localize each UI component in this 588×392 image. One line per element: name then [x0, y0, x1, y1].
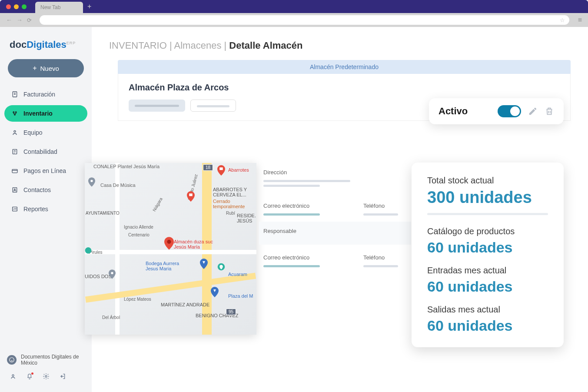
stat-divider [427, 213, 548, 215]
delete-icon[interactable] [545, 106, 554, 116]
map-label: AYUNTAMIENTO [86, 211, 120, 216]
sidebar-item-label: Equipo [23, 129, 43, 136]
browser-toolbar: ← → ⟳ ☆ ≡ [0, 13, 588, 27]
stat-exits: Salidas mes actual 60 unidades [427, 305, 548, 334]
responsible-section: Responsable [259, 222, 411, 245]
map-label: Centenario [128, 233, 149, 237]
team-icon [11, 129, 18, 136]
new-button-label: Nuevo [40, 65, 59, 72]
sidebar-item-pagos[interactable]: Pagos en Línea [4, 163, 87, 179]
sidebar-item-facturacion[interactable]: Facturación [4, 86, 87, 103]
svg-rect-5 [13, 149, 17, 154]
sidebar-item-equipo[interactable]: Equipo [4, 124, 87, 141]
svg-rect-14 [189, 193, 193, 196]
map-label: ABARROTES Y CERVEZA EL... [213, 187, 252, 197]
report-icon [11, 206, 18, 213]
sidebar-item-contactos[interactable]: Contactos [4, 182, 87, 198]
address-label: Dirección [263, 169, 407, 176]
map-pin-icon [200, 259, 208, 269]
stat-catalog: Catálogo de productos 60 unidades [427, 226, 548, 256]
close-window-button[interactable] [6, 4, 11, 9]
map-label: Niágara [152, 197, 163, 213]
browser-menu-icon[interactable]: ≡ [578, 16, 582, 24]
map-poi-icon [109, 269, 116, 279]
bell-icon[interactable] [26, 373, 33, 380]
map-label: Cerrado temporalmente [213, 199, 256, 209]
warehouse-name: Almacén Plaza de Arcos [129, 83, 560, 93]
stat-value: 300 unidades [427, 188, 548, 207]
svg-point-8 [14, 189, 16, 190]
svg-point-11 [12, 375, 14, 376]
new-tab-button[interactable]: + [87, 3, 91, 10]
company-name: Documentos Digitales de México [21, 354, 85, 366]
card-icon [11, 167, 18, 174]
svg-rect-6 [12, 169, 17, 173]
company-avatar-icon [7, 355, 17, 365]
route-badge: 18 [203, 164, 213, 171]
map-pin-icon [217, 165, 225, 176]
stat-label: Catálogo de productos [427, 226, 548, 236]
map-poi-icon [88, 177, 95, 187]
gear-icon[interactable] [43, 373, 50, 380]
stats-card: Total stock actual 300 unidades Catálogo… [412, 163, 564, 347]
bookmark-icon[interactable]: ☆ [560, 17, 565, 23]
browser-tab[interactable]: New Tab [35, 2, 83, 13]
map-pin-icon [164, 237, 174, 250]
email-label: Correo electrónico [263, 203, 320, 209]
sidebar-item-inventario[interactable]: Inventario [4, 105, 87, 122]
stat-label: Total stock actual [427, 176, 548, 186]
svg-point-2 [15, 112, 17, 113]
map-label: RESIDE. JESÚS [237, 213, 256, 223]
tab-title: New Tab [40, 4, 60, 10]
stat-label: Salidas mes actual [427, 305, 548, 315]
svg-point-13 [167, 240, 171, 244]
breadcrumb: INVENTARIO | Almacenes | Detalle Almacén [109, 40, 571, 51]
logo-suffix: ERP [66, 41, 76, 45]
browser-chrome: New Tab + ← → ⟳ ☆ ≡ [0, 0, 588, 27]
map-label: MARTÍNEZ ANDRADE [161, 302, 209, 307]
sidebar-item-label: Pagos en Línea [23, 167, 66, 174]
stat-value: 60 unidades [427, 239, 548, 256]
map-label: UIDOS DOS [85, 274, 112, 279]
minimize-window-button[interactable] [14, 4, 19, 9]
company-info: Documentos Digitales de México [7, 354, 85, 366]
responsible-label: Responsable [263, 228, 407, 234]
map-label: Plaza del M [228, 293, 253, 299]
route-badge: 95 [226, 309, 236, 315]
stat-entries: Entradas mes actual 60 unidades [427, 266, 548, 295]
svg-point-17 [85, 247, 92, 254]
new-button[interactable]: + Nuevo [8, 59, 84, 77]
user-icon[interactable] [10, 373, 17, 380]
sidebar-item-label: Contabilidad [23, 148, 57, 155]
sidebar-item-label: Contactos [23, 186, 51, 193]
footer-icons [7, 373, 85, 380]
url-bar[interactable]: ☆ [40, 15, 569, 25]
address-value-placeholder [263, 180, 350, 182]
phone-value-placeholder [363, 265, 398, 267]
maximize-window-button[interactable] [22, 4, 27, 9]
reload-button[interactable]: ⟳ [27, 17, 32, 23]
tag-placeholder [190, 100, 236, 112]
back-button[interactable]: ← [6, 17, 12, 23]
map-card[interactable]: CONALEP Plantel Jesús María Casa De Músi… [85, 163, 256, 335]
calculator-icon [11, 148, 18, 155]
plus-icon: + [33, 64, 37, 72]
svg-point-4 [14, 130, 16, 132]
active-toggle[interactable] [498, 105, 521, 117]
map-pin-icon [187, 191, 195, 202]
contact-icon [11, 186, 18, 193]
stat-value: 60 unidades [427, 278, 548, 295]
map-label: Ignacio Allende [124, 225, 153, 229]
sidebar-item-contabilidad[interactable]: Contabilidad [4, 143, 87, 160]
map-label: Casa De Música [100, 183, 136, 188]
sidebar: docDigitalesERP + Nuevo Facturación Inve… [0, 27, 92, 392]
email-label: Correo electrónico [263, 254, 320, 261]
map-label: CONALEP Plantel Jesús María [93, 164, 159, 169]
edit-icon[interactable] [528, 106, 538, 116]
forward-button[interactable]: → [17, 17, 23, 23]
logout-icon[interactable] [59, 373, 66, 380]
sidebar-item-label: Inventario [23, 110, 53, 117]
sidebar-item-reportes[interactable]: Reportes [4, 201, 87, 217]
sidebar-item-label: Facturación [23, 91, 55, 98]
svg-point-1 [13, 112, 14, 113]
